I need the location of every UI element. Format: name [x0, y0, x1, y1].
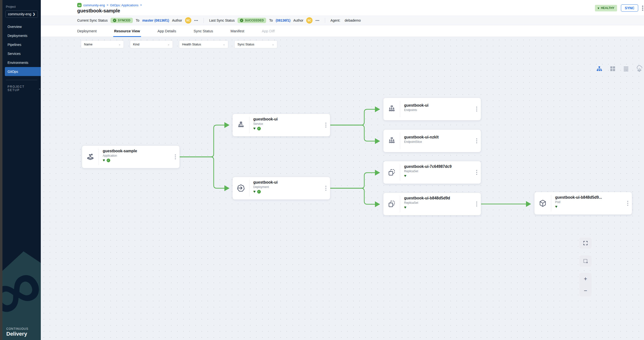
project-name: community-eng [8, 12, 31, 16]
synced-check-icon: ✓ [106, 158, 110, 162]
last-sync-group: Last Sync Status ✓ SUCCEEDED To (08136f1… [209, 17, 320, 24]
node-replicaset-guestbook-ui-b848d5d9d[interactable]: guestbook-ui-b848d5d9d ReplicaSet ♥ [383, 192, 481, 216]
page-header: ∞ community-eng > GitOps: Applications >… [41, 0, 644, 16]
node-menu-kebab-icon[interactable] [624, 192, 632, 214]
node-kind: Service [253, 122, 322, 126]
author-avatar: SC [185, 17, 191, 24]
healthy-heart-icon: ♥ [253, 126, 256, 130]
node-menu-kebab-icon[interactable] [322, 114, 330, 136]
author-avatar: SC [306, 17, 312, 24]
synced-badge-label: SYNCED [118, 19, 130, 22]
healthy-heart-icon: ♥ [103, 158, 105, 162]
node-menu-kebab-icon[interactable] [472, 193, 481, 215]
node-kind: Endpoints [404, 108, 472, 112]
node-status: ♥ [404, 174, 472, 178]
agent-group: Agent: debademo [330, 18, 361, 22]
sidebar-divider [6, 80, 38, 80]
sidebar-item-overview[interactable]: Overview [2, 22, 41, 31]
sync-status-bar: Current Sync Status ✓ SYNCED To master (… [41, 16, 644, 25]
window-edge-strip [0, 0, 2, 340]
cloud-network-view-icon[interactable] [636, 65, 643, 72]
node-title: guestbook-ui-b848d5d9d [404, 196, 472, 200]
project-selector[interactable]: community-eng ❯ [5, 10, 38, 18]
fullscreen-button[interactable] [580, 238, 592, 249]
filter-health-status-dropdown[interactable]: Health Status ⌄ [179, 40, 228, 48]
node-menu-kebab-icon[interactable] [472, 130, 481, 152]
gitops-module-icon: ∞ [77, 3, 82, 7]
more-options-kebab-icon[interactable] [642, 6, 643, 11]
heart-icon: ♥ [598, 6, 600, 10]
sidebar-item-services[interactable]: Services [2, 49, 41, 58]
marquee-select-button[interactable] [580, 256, 592, 267]
tab-resource-view[interactable]: Resource View [114, 25, 140, 37]
node-replicaset-guestbook-ui-7c64987dc9[interactable]: guestbook-ui-7c64987dc9 ReplicaSet ♥ [383, 161, 481, 184]
tab-app-details[interactable]: App Details [158, 25, 176, 37]
last-to-label: To [269, 18, 273, 22]
sidebar-nav: Overview Deployments Pipelines Services … [2, 22, 41, 76]
node-kind: Pod [555, 200, 624, 204]
resource-tree-canvas[interactable]: Name ⌄ Kind ⌄ Health Status ⌄ Sync Statu… [41, 37, 644, 340]
tab-deployment[interactable]: Deployment [77, 25, 97, 37]
node-endpoints-guestbook-ui[interactable]: guestbook-ui Endpoints [383, 98, 481, 120]
node-menu-kebab-icon[interactable] [472, 98, 481, 120]
sidebar-item-gitops[interactable]: GitOps [5, 67, 41, 76]
check-circle-icon: ✓ [113, 19, 116, 22]
node-pod-guestbook-ui-b848d5d9[interactable]: guestbook-ui-b848d5d9... Pod ♥ [534, 192, 632, 215]
filter-health-label: Health Status [182, 42, 201, 46]
breadcrumb-project-link[interactable]: community-eng [83, 4, 105, 7]
filter-kind-label: Kind [133, 42, 140, 46]
brand-delivery: Delivery [6, 331, 28, 337]
node-title: guestbook-ui-7c64987dc9 [404, 164, 472, 169]
agent-label: Agent: [330, 18, 340, 22]
filter-kind-dropdown[interactable]: Kind ⌄ [130, 40, 173, 48]
endpoints-icon [384, 98, 400, 120]
grid-view-icon[interactable] [609, 65, 616, 72]
node-deployment-guestbook-ui[interactable]: guestbook-ui Deployment ♥ ✓ [232, 177, 330, 200]
breadcrumb: ∞ community-eng > GitOps: Applications > [77, 3, 142, 7]
breadcrumb-separator: > [140, 4, 142, 7]
agent-value: debademo [344, 18, 360, 22]
more-info-ellipsis[interactable]: ••• [316, 19, 320, 22]
node-status: ♥ ✓ [103, 158, 171, 162]
node-endpointslice-guestbook-ui-nzklt[interactable]: guestbook-ui-nzklt EndpointSlice [383, 130, 481, 152]
sidebar-item-environments[interactable]: Environments [2, 58, 41, 67]
last-revision-link[interactable]: (08136f1) [276, 18, 290, 22]
node-menu-kebab-icon[interactable] [171, 146, 180, 168]
more-info-ellipsis[interactable]: ••• [194, 19, 198, 22]
node-menu-kebab-icon[interactable] [322, 177, 330, 200]
zoom-in-button[interactable]: + [580, 273, 592, 285]
sync-button[interactable]: SYNC [621, 4, 638, 12]
last-author-label: Author [293, 18, 303, 22]
node-status: ♥ [404, 206, 472, 209]
current-sync-group: Current Sync Status ✓ SYNCED To master (… [77, 17, 198, 24]
node-title: guestbook-ui [253, 180, 322, 184]
harness-logo-watermark: ∞ CONTINUOUS Delivery [2, 251, 41, 340]
node-application-guestbook-sample[interactable]: guestbook-sample Application ♥ ✓ [82, 146, 180, 168]
tab-manifest[interactable]: Manifest [230, 25, 244, 37]
tab-sync-status[interactable]: Sync Status [194, 25, 213, 37]
filter-sync-status-dropdown[interactable]: Sync Status ⌄ [234, 40, 277, 48]
node-kind: EndpointSlice [404, 140, 472, 144]
sidebar-item-deployments[interactable]: Deployments [2, 31, 41, 40]
sidebar-item-pipelines[interactable]: Pipelines [2, 40, 41, 49]
tree-view-icon[interactable] [596, 65, 603, 72]
current-author-label: Author [172, 18, 182, 22]
header-actions: ♥ HEALTHY SYNC [595, 4, 642, 12]
synced-badge: ✓ SYNCED [110, 18, 133, 23]
list-view-icon[interactable] [622, 65, 630, 72]
tab-app-diff[interactable]: App Diff [262, 25, 275, 37]
project-setup-toggle[interactable]: PROJECT SETUP ⌄ [8, 85, 41, 92]
node-kind: Application [103, 154, 171, 157]
zoom-out-button[interactable]: − [580, 285, 592, 297]
brand-continuous: CONTINUOUS [6, 327, 28, 330]
filter-name-dropdown[interactable]: Name ⌄ [81, 40, 124, 48]
synced-check-icon: ✓ [257, 190, 261, 194]
node-menu-kebab-icon[interactable] [472, 161, 481, 184]
current-revision-link[interactable]: master (08136f1) [142, 18, 169, 22]
service-icon [233, 114, 249, 136]
node-service-guestbook-ui[interactable]: guestbook-ui Service ♥ ✓ [232, 114, 330, 136]
current-to-label: To [136, 18, 140, 22]
chevron-down-icon: ⌄ [223, 43, 225, 46]
breadcrumb-applications-link[interactable]: GitOps: Applications [110, 4, 138, 7]
node-status: ♥ [555, 205, 624, 208]
